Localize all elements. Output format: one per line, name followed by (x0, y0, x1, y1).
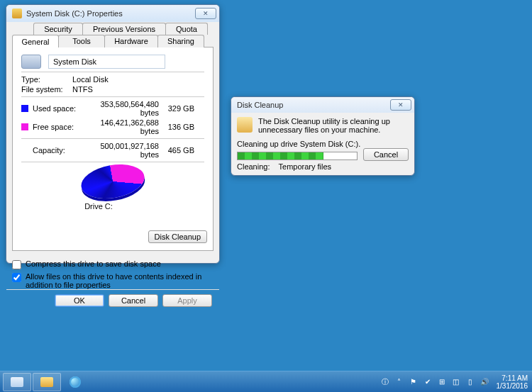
properties-dialog: System Disk (C:) Properties ✕ Security P… (6, 4, 220, 264)
taskbar-app-ie[interactable] (61, 373, 89, 391)
cleanup-progress-bar (237, 152, 358, 160)
free-gb: 136 GB (159, 123, 194, 131)
update-icon[interactable]: ⊞ (437, 377, 447, 387)
chevron-up-icon[interactable]: ˄ (394, 377, 404, 387)
capacity-bytes: 500,001,927,168 bytes (81, 142, 159, 159)
index-label: Allow files on this drive to have conten… (26, 272, 214, 289)
clock[interactable]: 7:11 AM 1/31/2016 (497, 374, 528, 390)
clock-date: 1/31/2016 (497, 382, 528, 390)
cleanup-status-label: Cleaning: (237, 162, 270, 171)
taskbar: ⓘ ˄ ⚑ ✔ ⊞ ◫ ▯ 🔊 7:11 AM 1/31/2016 (0, 371, 532, 392)
disk-icon (12, 9, 22, 18)
window-title: System Disk (C:) Properties (26, 9, 191, 18)
used-color-swatch (21, 105, 28, 112)
properties-titlebar[interactable]: System Disk (C:) Properties ✕ (6, 5, 219, 22)
info-icon[interactable]: ⓘ (380, 377, 390, 387)
ok-button[interactable]: OK (55, 294, 104, 307)
volume-label-input[interactable] (48, 55, 165, 69)
clock-time: 7:11 AM (497, 374, 528, 382)
sync-icon[interactable]: ✔ (423, 377, 433, 387)
tab-security[interactable]: Security (33, 23, 83, 35)
cleanup-cancel-button[interactable]: Cancel (363, 148, 409, 161)
free-label: Free space: (33, 123, 81, 131)
tab-row-front: General Tools Hardware Sharing (12, 35, 214, 47)
tab-previous-versions[interactable]: Previous Versions (82, 23, 166, 35)
type-label: Type: (21, 75, 72, 84)
cleanup-title: Disk Cleanup (237, 101, 386, 109)
taskbar-app-explorer[interactable] (3, 373, 31, 391)
compress-label: Compress this drive to save disk space (26, 259, 161, 268)
cleanup-titlebar[interactable]: Disk Cleanup ✕ (231, 97, 414, 113)
capacity-label: Capacity: (33, 146, 81, 155)
free-bytes: 146,421,362,688 bytes (81, 118, 159, 135)
tab-sharing[interactable]: Sharing (157, 35, 204, 47)
free-color-swatch (21, 123, 28, 130)
taskbar-app-folder[interactable] (33, 373, 61, 391)
tab-panel-general: Type: Local Disk File system: NTFS Used … (12, 47, 214, 251)
index-checkbox[interactable] (12, 273, 21, 282)
close-button[interactable]: ✕ (195, 8, 216, 19)
disk-cleanup-button[interactable]: Disk Cleanup (148, 230, 207, 243)
broom-icon (237, 117, 253, 133)
tab-general[interactable]: General (12, 35, 59, 47)
tab-row-back: Security Previous Versions Quota (12, 23, 214, 35)
shield-icon[interactable]: ◫ (451, 377, 461, 387)
tab-tools[interactable]: Tools (58, 35, 105, 47)
apply-button[interactable]: Apply (162, 294, 212, 307)
flag-icon[interactable]: ⚑ (409, 377, 419, 387)
used-gb: 329 GB (159, 104, 194, 113)
tab-quota[interactable]: Quota (165, 23, 208, 35)
filesystem-label: File system: (21, 85, 72, 94)
cleanup-status-value: Temporary files (279, 162, 332, 171)
network-icon[interactable]: ▯ (465, 377, 475, 387)
cancel-button[interactable]: Cancel (109, 294, 158, 307)
disk-usage-pie-chart (79, 160, 148, 203)
disk-cleanup-dialog: Disk Cleanup ✕ The Disk Cleanup utility … (231, 96, 415, 176)
compress-checkbox[interactable] (12, 260, 21, 269)
filesystem-value: NTFS (72, 85, 93, 94)
type-value: Local Disk (72, 75, 109, 84)
capacity-gb: 465 GB (159, 146, 194, 155)
used-bytes: 353,580,564,480 bytes (81, 100, 159, 117)
drive-icon (21, 55, 41, 69)
used-label: Used space: (33, 104, 81, 113)
cleanup-message: The Disk Cleanup utility is cleaning up … (258, 117, 409, 134)
drive-caption: Drive C: (21, 202, 204, 211)
cleanup-progress-label: Cleaning up drive System Disk (C:). (237, 140, 409, 148)
volume-icon[interactable]: 🔊 (480, 377, 489, 387)
system-tray: ⓘ ˄ ⚑ ✔ ⊞ ◫ ▯ 🔊 7:11 AM 1/31/2016 (380, 374, 533, 390)
tab-hardware[interactable]: Hardware (104, 35, 158, 47)
cleanup-close-button[interactable]: ✕ (390, 99, 411, 111)
